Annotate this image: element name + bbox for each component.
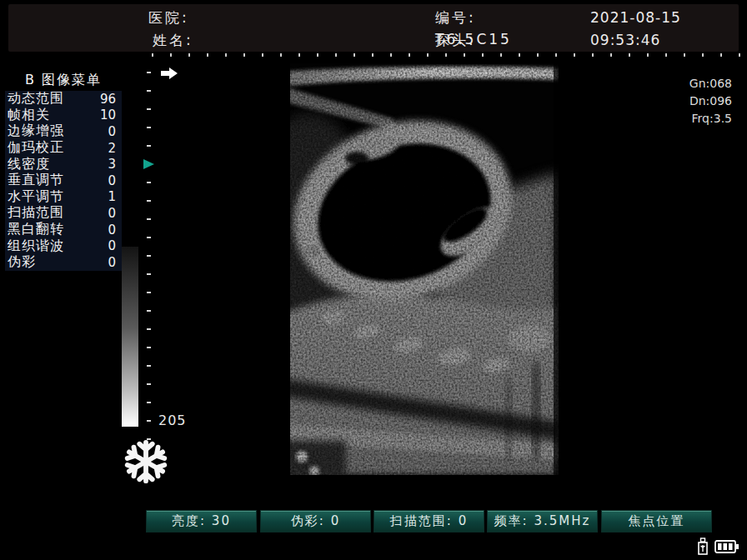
focus-marker-icon[interactable] — [143, 158, 155, 170]
brightness-button-label: 亮度: 30 — [172, 513, 231, 529]
dynamic-range-value: Dn:096 — [689, 92, 732, 110]
menu-item-value: 0 — [108, 255, 116, 270]
acquisition-overlay: Gn:068 Dn:096 Frq:3.5 — [689, 75, 732, 128]
menu-item-label: 水平调节 — [8, 188, 64, 206]
b-image-menu: B 图像菜单 动态范围96 帧相关10 边缘增强0 伽玛校正2 线密度3 垂直调… — [5, 72, 122, 271]
depth-value: 205 — [158, 412, 187, 428]
exam-id-label: 编号: — [435, 8, 476, 28]
menu-item-line-density[interactable]: 线密度3 — [5, 156, 122, 172]
scan-range-button[interactable]: 扫描范围: 0 — [374, 510, 484, 532]
menu-title: B 图像菜单 — [5, 72, 122, 89]
ultrasound-screen: 医院: 姓名: 编号: 探头: T6.5C15 2021-08-15 09:53… — [0, 0, 747, 560]
menu-item-value: 10 — [100, 108, 116, 122]
menu-item-label: 伪彩 — [8, 253, 36, 271]
menu-item-label: 边缘增强 — [8, 122, 64, 140]
time-value: 09:53:46 — [590, 32, 660, 48]
menu-item-label: 线密度 — [8, 156, 50, 173]
menu-item-label: 黑白翻转 — [8, 221, 64, 238]
usb-icon — [697, 538, 709, 556]
ultrasound-image — [283, 63, 559, 475]
menu-item-value: 0 — [108, 222, 116, 238]
depth-ruler — [147, 72, 151, 445]
menu-item-label: 动态范围 — [8, 90, 64, 108]
menu-item-tissue-harmonic[interactable]: 组织谐波0 — [5, 238, 122, 254]
menu-item-value: 0 — [108, 124, 116, 139]
menu-item-label: 扫描范围 — [8, 204, 64, 222]
orientation-arrow-icon — [160, 67, 178, 80]
scan-range-button-label: 扫描范围: 0 — [390, 513, 468, 529]
patient-info-bar: 医院: 姓名: 编号: 探头: T6.5C15 2021-08-15 09:53… — [8, 4, 739, 52]
menu-item-bw-invert[interactable]: 黑白翻转0 — [5, 222, 122, 238]
gain-value: Gn:068 — [689, 75, 732, 92]
frequency-value: Frq:3.5 — [689, 110, 732, 128]
status-icons — [697, 538, 739, 556]
menu-item-value: 0 — [108, 206, 116, 221]
menu-item-dynamic-range[interactable]: 动态范围96 — [5, 91, 122, 108]
menu-item-label: 伽玛校正 — [8, 139, 64, 157]
menu-item-frame-correlation[interactable]: 帧相关10 — [5, 108, 122, 124]
menu-item-pseudo-color[interactable]: 伪彩0 — [5, 254, 122, 271]
width-ruler — [152, 53, 742, 57]
menu-item-label: 组织谐波 — [8, 238, 64, 255]
freeze-snowflake-icon — [122, 437, 170, 487]
menu-item-value: 0 — [108, 173, 116, 188]
brightness-button[interactable]: 亮度: 30 — [146, 510, 257, 532]
menu-item-scan-range[interactable]: 扫描范围0 — [5, 205, 122, 222]
hospital-label: 医院: — [148, 8, 189, 28]
menu-item-value: 1 — [108, 189, 116, 204]
grayscale-bar — [122, 247, 138, 427]
menu-item-value: 2 — [108, 141, 116, 156]
menu-item-gamma-correction[interactable]: 伽玛校正2 — [5, 140, 122, 157]
menu-item-value: 96 — [100, 92, 116, 107]
menu-item-value: 3 — [108, 157, 116, 172]
patient-name-label: 姓名: — [153, 31, 193, 50]
menu-item-horizontal-adjust[interactable]: 水平调节1 — [5, 189, 122, 206]
menu-item-label: 帧相关 — [8, 107, 50, 124]
date-value: 2021-08-15 — [590, 9, 681, 26]
focus-position-button[interactable]: 焦点位置 — [601, 510, 712, 532]
focus-position-button-label: 焦点位置 — [629, 513, 685, 529]
pseudo-color-button[interactable]: 伪彩: 0 — [260, 510, 371, 532]
frequency-button[interactable]: 频率: 3.5MHz — [487, 510, 598, 532]
menu-item-label: 垂直调节 — [8, 172, 64, 189]
menu-item-vertical-adjust[interactable]: 垂直调节0 — [5, 172, 122, 189]
menu-item-edge-enhance[interactable]: 边缘增强0 — [5, 123, 122, 140]
pseudo-color-button-label: 伪彩: 0 — [291, 513, 340, 529]
battery-icon — [714, 538, 739, 555]
menu-item-value: 0 — [108, 238, 116, 253]
frequency-button-label: 频率: 3.5MHz — [494, 513, 591, 529]
probe-value: T6.5C15 — [435, 31, 512, 48]
